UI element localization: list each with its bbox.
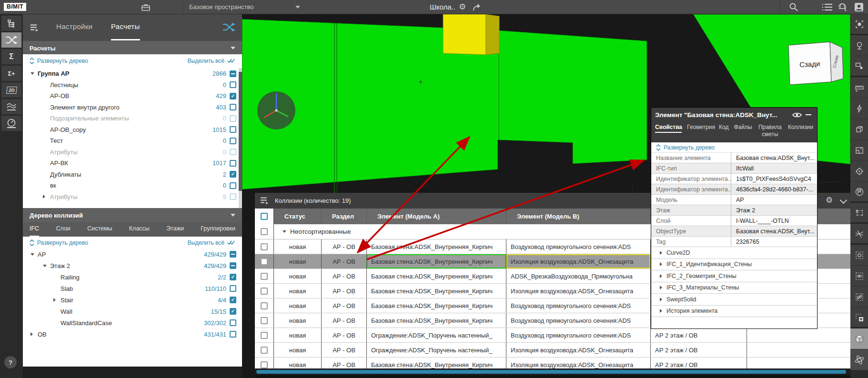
select-all-link[interactable]: Выделить всё: [187, 58, 236, 64]
cell-element-b[interactable]: Воздуховод прямоугольного сечения:ADS: [506, 298, 651, 313]
col-status[interactable]: Статус: [274, 209, 322, 224]
collision-tree-tab[interactable]: Системы: [87, 222, 112, 236]
cell-element-b[interactable]: Воздуховод прямоугольного сечения:ADS: [506, 239, 651, 254]
tree-item-checkbox[interactable]: [230, 160, 236, 167]
show-eye-icon[interactable]: [850, 266, 868, 287]
collision-tree-item[interactable]: Wall 15/15: [23, 306, 242, 317]
cell-element-b[interactable]: Изоляция воздуховода:ADSK_Огнезащита: [506, 358, 651, 368]
navigation-cube[interactable]: Сзади Слева: [788, 42, 843, 85]
notifications-icon[interactable]: [837, 2, 848, 12]
property-row[interactable]: Название элемента Базовая стена:ADSK_Вну…: [651, 153, 817, 163]
isolate-cube-icon[interactable]: [850, 245, 868, 266]
cell-element-b[interactable]: Воздуховод прямоугольного сечения:ADS: [506, 313, 651, 328]
tree-arrow-icon[interactable]: [53, 298, 56, 302]
row-checkbox[interactable]: [261, 302, 268, 309]
hscrollbar-thumb[interactable]: [256, 370, 846, 374]
collision-tree-item[interactable]: Этаж 2 429/429: [23, 260, 242, 271]
solid-cube-icon[interactable]: [850, 328, 868, 349]
clash-flash-icon[interactable]: [850, 98, 868, 119]
tree-item-checkbox[interactable]: [230, 182, 236, 189]
cell-element-b[interactable]: Воздуховод прямоугольного сечения:ADS: [506, 328, 651, 342]
clash-detection-icon[interactable]: [1, 32, 21, 48]
group-expand-icon[interactable]: [660, 251, 662, 255]
share-icon[interactable]: [472, 3, 482, 11]
property-row[interactable]: IFC-тип IfcWall: [651, 163, 817, 174]
calc-tree-item[interactable]: АР-ОВ_copy 1015: [23, 124, 242, 136]
collision-tree-tab[interactable]: Этажи: [166, 222, 184, 236]
collision-tree-tab[interactable]: Группировки: [201, 222, 235, 236]
menu-collapse-icon[interactable]: [30, 24, 39, 32]
cell-element-b[interactable]: Изоляция воздуховода:ADSK_Огнезащита: [506, 254, 651, 269]
group-collapse-icon[interactable]: [283, 230, 286, 233]
locate-target-icon[interactable]: [850, 161, 868, 182]
settings-gear-icon[interactable]: ⚙: [459, 3, 466, 11]
selection-set-icon[interactable]: S: [850, 203, 868, 224]
tree-item-checkbox[interactable]: [230, 171, 236, 178]
row-checkbox[interactable]: [261, 317, 268, 324]
tree-item-checkbox[interactable]: [230, 331, 236, 338]
tab-nastroyki[interactable]: Настройки: [56, 14, 92, 39]
property-row[interactable]: Слой I-WALL-____-OTLN: [651, 216, 817, 226]
tree-item-checkbox[interactable]: [230, 251, 236, 258]
calc-tree-item[interactable]: вк 0: [23, 180, 242, 191]
collision-tree-item[interactable]: ОВ 431/431: [23, 328, 242, 340]
property-group[interactable]: Curve2D: [651, 247, 817, 259]
properties-tab[interactable]: Файлы: [734, 124, 752, 132]
search-icon[interactable]: [789, 2, 798, 12]
workspace-selector[interactable]: Базовое пространство: [189, 3, 254, 10]
charts-icon[interactable]: [1, 99, 21, 114]
row-checkbox[interactable]: [261, 332, 268, 339]
axis-gizmo[interactable]: [257, 91, 295, 129]
tree-item-checkbox[interactable]: [230, 138, 236, 144]
collision-tree-item[interactable]: Railing 2/2: [23, 271, 242, 283]
cell-element-b[interactable]: ADSK_ВрезкаВоздуховода_Прямоугольна: [506, 269, 651, 283]
tree-arrow-icon[interactable]: [43, 265, 47, 267]
minimize-icon[interactable]: [806, 114, 811, 115]
section-header-raschety[interactable]: Расчеты: [23, 41, 242, 55]
tree-arrow-icon[interactable]: [30, 72, 34, 75]
property-row[interactable]: Идентификатор элемента... 4636cfa4-28d2-…: [651, 184, 817, 195]
tree-item-checkbox[interactable]: [230, 104, 236, 110]
expand-props-tree-link[interactable]: Развернуть дерево: [656, 144, 715, 151]
focus-element-icon[interactable]: [850, 14, 868, 35]
cell-element-a[interactable]: Базовая стена:ADSK_Внутренняя_Кирпич: [367, 254, 506, 269]
calc-tree-scrollbar[interactable]: [239, 68, 242, 208]
calc-tree-item[interactable]: Подозрительные элементы 0: [23, 113, 242, 124]
cell-element-b[interactable]: Изоляция воздуховода:ADSK_Огнезащита: [506, 343, 651, 357]
floor-plan-icon[interactable]: [850, 140, 868, 161]
tree-item-checkbox[interactable]: [230, 308, 236, 315]
row-checkbox[interactable]: [261, 288, 268, 295]
model-tree-icon[interactable]: [1, 16, 21, 31]
properties-titlebar[interactable]: Элемент "Базовая стена:ADSK_Внут...: [651, 108, 817, 122]
collision-tree-item[interactable]: WallStandardCase 302/302: [23, 317, 242, 328]
row-checkbox[interactable]: [261, 258, 268, 265]
property-row[interactable]: Идентификатор элемента... 1s$T0_PtXFeesS…: [651, 174, 817, 184]
calc-tree-item[interactable]: Атрибуты 0: [23, 147, 242, 158]
collision-tree-item[interactable]: Stair 4/4: [23, 294, 242, 306]
tree-item-checkbox[interactable]: [230, 126, 236, 133]
properties-tab[interactable]: Свойства: [655, 124, 682, 133]
col-element-b[interactable]: Элемент (Модель B): [506, 209, 651, 224]
calc-tree-item[interactable]: Атрибуты 9: [23, 191, 242, 203]
ruler-icon[interactable]: [850, 77, 868, 98]
sum-add-icon[interactable]: Σ+: [1, 66, 21, 81]
properties-tab[interactable]: Коллизии: [788, 124, 813, 132]
cell-element-a[interactable]: Базовая стена:ADSK_Внутренняя_Кирпич: [367, 269, 506, 283]
expand-tree2-link[interactable]: Развернуть дерево: [30, 239, 88, 246]
group-expand-icon[interactable]: [660, 286, 662, 289]
hide-eye-icon[interactable]: [850, 287, 868, 308]
yellow-column-front[interactable]: [443, 14, 486, 55]
collapse-section-icon[interactable]: [231, 47, 235, 50]
cell-element-a[interactable]: Ограждение:ADSK_Поручень настенный_: [367, 343, 506, 357]
group-checkbox[interactable]: [261, 228, 268, 235]
property-group[interactable]: SweptSolid: [651, 294, 817, 306]
table-settings-gear-icon[interactable]: ⚙: [826, 196, 833, 204]
tree-arrow-icon[interactable]: [30, 332, 33, 336]
section-header-collision-tree[interactable]: Дерево коллизий: [23, 208, 242, 222]
calc-tree-item[interactable]: АР-ВК 1017: [23, 158, 242, 169]
calc-tree-item[interactable]: Тест 0: [23, 135, 242, 147]
tree-item-checkbox[interactable]: [230, 297, 236, 303]
cell-element-a[interactable]: Базовая стена:ADSK_Внутренняя_Кирпич: [367, 284, 506, 298]
axes-icon[interactable]: [850, 224, 868, 245]
calc-tree-item[interactable]: Лестницы 0: [23, 80, 242, 91]
